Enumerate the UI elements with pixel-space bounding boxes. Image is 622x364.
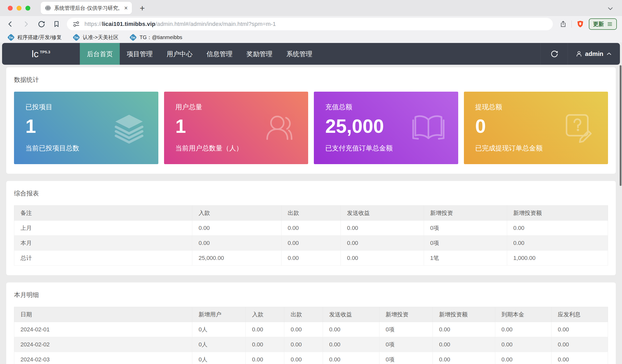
- table-header-row: 日期新增用户入款出款发送收益新增投资新增投资额到期本金应发利息: [14, 307, 608, 322]
- browser-toolbar: https://licai101.timibbs.vip/admin.html#…: [0, 16, 622, 32]
- stat-caption: 当前已投项目总数: [25, 144, 158, 153]
- table-cell: 0.00: [552, 337, 608, 352]
- column-header: 出款: [281, 206, 341, 221]
- table-row: 本月0.000.000.000项0.00: [14, 236, 608, 251]
- nav-item-dashboard[interactable]: 后台首页: [80, 43, 120, 65]
- column-header: 新增投资: [424, 206, 507, 221]
- column-header: 新增投资额: [507, 206, 608, 221]
- month-detail-section: 本月明细 日期新增用户入款出款发送收益新增投资新增投资额到期本金应发利息2024…: [6, 282, 616, 364]
- column-header: 发送收益: [341, 206, 424, 221]
- month-detail-table: 日期新增用户入款出款发送收益新增投资新增投资额到期本金应发利息2024-02-0…: [14, 307, 608, 364]
- table-cell: 0.00: [552, 352, 608, 364]
- column-header: 发送收益: [323, 307, 379, 322]
- nav-item-system[interactable]: 系统管理: [279, 43, 319, 65]
- url-input[interactable]: https://licai101.timibbs.vip/admin.html#…: [67, 18, 553, 30]
- section-title-summary: 综合报表: [14, 189, 608, 198]
- table-cell: 0.00: [433, 322, 495, 337]
- table-cell: 0.00: [246, 352, 284, 364]
- table-cell: 0.00: [246, 337, 284, 352]
- table-cell: 2024-02-01: [14, 322, 192, 337]
- app-logo: lcTP5.3: [2, 49, 80, 59]
- tm-favicon-icon: Tm: [73, 34, 80, 41]
- column-header: 应发利息: [552, 307, 608, 322]
- table-cell: 0.00: [284, 337, 323, 352]
- layers-icon: [113, 112, 145, 144]
- column-header: 到期本金: [495, 307, 552, 322]
- table-cell: 0.00: [341, 221, 424, 236]
- chevron-up-icon: [606, 51, 612, 57]
- tab-close-icon[interactable]: ×: [124, 5, 128, 11]
- window-minimize-button[interactable]: [17, 6, 22, 11]
- nav-item-rewards[interactable]: 奖励管理: [239, 43, 279, 65]
- stat-caption: 已完成提现订单总金额: [475, 144, 608, 153]
- table-cell: 0项: [379, 352, 433, 364]
- table-cell: 0.00: [192, 221, 281, 236]
- section-title-stats: 数据统计: [14, 76, 608, 84]
- menu-hamburger-icon: [607, 21, 613, 27]
- refresh-button[interactable]: [541, 43, 568, 65]
- browser-tab-strip: 系统管理后台·仅供学习研究, × +: [0, 0, 622, 16]
- nav-item-projects[interactable]: 项目管理: [120, 43, 160, 65]
- table-cell: 0项: [379, 322, 433, 337]
- bookmark-item[interactable]: Tm 程序搭建/开发/修复: [8, 34, 62, 41]
- update-button[interactable]: 更新: [589, 18, 617, 30]
- column-header: 备注: [14, 206, 192, 221]
- user-menu[interactable]: admin: [568, 43, 620, 65]
- column-header: 入款: [192, 206, 281, 221]
- stat-label: 用户总量: [175, 103, 308, 112]
- nav-item-users[interactable]: 用户中心: [160, 43, 200, 65]
- reload-button[interactable]: [37, 20, 45, 28]
- table-cell: 0.00: [507, 221, 608, 236]
- table-cell: 2024-02-03: [14, 352, 192, 364]
- nav-item-info[interactable]: 信息管理: [200, 43, 239, 65]
- table-cell: 0.00: [323, 337, 379, 352]
- tab-search-chevron-down-icon[interactable]: [607, 5, 614, 12]
- stat-caption: 已支付充值订单总金额: [325, 144, 458, 153]
- stat-label: 充值总额: [325, 103, 458, 112]
- globe-favicon-icon: [45, 5, 51, 11]
- column-header: 出款: [284, 307, 323, 322]
- bookmark-icon[interactable]: [53, 20, 60, 28]
- users-icon: [264, 113, 295, 143]
- bookmark-label: TG：@tianmeibbs: [139, 34, 182, 41]
- site-settings-icon[interactable]: [73, 20, 80, 28]
- table-cell: 0.00: [323, 322, 379, 337]
- open-book-icon: [412, 112, 445, 144]
- table-cell: 0项: [379, 337, 433, 352]
- browser-tab[interactable]: 系统管理后台·仅供学习研究, ×: [41, 2, 132, 14]
- summary-table: 备注入款出款发送收益新增投资新增投资额上月0.000.000.000项0.00本…: [14, 205, 608, 266]
- bookmark-item[interactable]: Tm 认准->天美社区: [74, 34, 118, 41]
- stat-label: 提现总额: [475, 103, 608, 112]
- stat-card-total-users: 用户总量 1 当前用户总数量（人）: [164, 92, 308, 164]
- forward-button[interactable]: [22, 20, 30, 28]
- table-header-row: 备注入款出款发送收益新增投资新增投资额: [14, 206, 608, 221]
- table-cell: 0.00: [323, 352, 379, 364]
- table-row: 2024-02-010人0.000.000.000项0.000.000.00: [14, 322, 608, 337]
- table-cell: 0.00: [495, 337, 552, 352]
- stat-label: 已投项目: [25, 103, 158, 112]
- stat-card-invested-projects: 已投项目 1 当前已投项目总数: [14, 92, 158, 164]
- window-close-button[interactable]: [8, 6, 13, 11]
- tm-favicon-icon: Tm: [129, 34, 137, 41]
- table-cell: 0.00: [341, 251, 424, 266]
- new-tab-button[interactable]: +: [140, 4, 145, 12]
- window-zoom-button[interactable]: [25, 6, 30, 11]
- table-cell: 0人: [192, 352, 246, 364]
- toolbar-divider: [571, 20, 572, 28]
- brave-shield-icon[interactable]: [576, 20, 584, 28]
- share-icon[interactable]: [560, 20, 567, 28]
- bookmark-label: 认准->天美社区: [83, 34, 118, 41]
- dashboard-page: 数据统计 已投项目 1 当前已投项目总数 用户总量 1 当前用户: [0, 65, 622, 364]
- column-header: 新增投资额: [433, 307, 495, 322]
- table-row: 2024-02-020人0.000.000.000项0.000.000.00: [14, 337, 608, 352]
- bookmark-item[interactable]: Tm TG：@tianmeibbs: [130, 34, 182, 41]
- table-cell: 1,000.00: [507, 251, 608, 266]
- doc-question-icon: [563, 112, 595, 143]
- page-scrollbar[interactable]: [620, 65, 621, 186]
- table-row: 上月0.000.000.000项0.00: [14, 221, 608, 236]
- url-text: https://licai101.timibbs.vip/admin.html#…: [84, 21, 276, 27]
- table-cell: 0.00: [281, 236, 341, 251]
- table-cell: 0.00: [284, 352, 323, 364]
- back-button[interactable]: [7, 20, 14, 28]
- table-cell: 0项: [424, 221, 507, 236]
